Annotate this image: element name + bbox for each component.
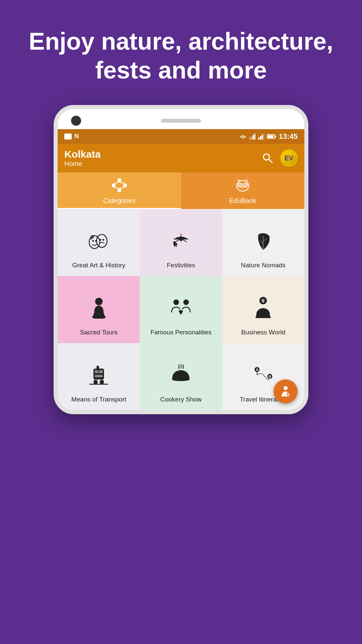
svg-line-12 (269, 159, 272, 163)
category-business[interactable]: $ Business World (222, 276, 304, 343)
svg-line-17 (114, 182, 119, 184)
svg-text:B: B (268, 375, 271, 379)
category-transport[interactable]: Means of Transport (58, 343, 140, 410)
tab-edubank[interactable]: EduBank (181, 172, 304, 209)
edubank-tab-icon (235, 178, 250, 195)
cookery-icon (170, 364, 192, 389)
svg-line-20 (119, 187, 125, 189)
categories-grid-wrapper: Great Art & History (58, 209, 304, 410)
svg-rect-6 (261, 135, 263, 140)
categories-tab-icon (112, 178, 127, 195)
svg-rect-1 (251, 136, 252, 140)
sacred-icon (89, 297, 109, 322)
hero-headline: Enjoy nature, architecture, fests and mo… (0, 0, 362, 105)
svg-rect-5 (260, 136, 261, 140)
svg-rect-10 (275, 136, 276, 138)
signal2-icon (258, 133, 264, 140)
svg-line-19 (114, 187, 119, 189)
phone-physical-top (58, 109, 304, 129)
phone-speaker (161, 119, 201, 123)
svg-point-32 (97, 234, 107, 248)
svg-text:A: A (256, 368, 258, 372)
business-label: Business World (241, 329, 285, 336)
svg-point-51 (183, 300, 189, 305)
categories-grid: Great Art & History (58, 209, 304, 410)
svg-point-59 (94, 380, 98, 384)
svg-rect-3 (254, 133, 255, 140)
svg-rect-56 (95, 370, 99, 373)
nature-icon (253, 230, 273, 255)
svg-point-70 (288, 393, 289, 395)
svg-rect-43 (176, 244, 177, 247)
art-label: Great Art & History (72, 262, 125, 269)
category-art[interactable]: Great Art & History (58, 209, 140, 276)
svg-point-50 (174, 300, 179, 305)
status-system-icons: 13:45 (239, 132, 298, 141)
svg-point-30 (92, 240, 94, 242)
notification-icons: N (64, 133, 79, 140)
status-bar: N (58, 129, 304, 144)
cookery-label: Cookery Show (160, 396, 202, 404)
svg-rect-42 (174, 244, 175, 247)
famous-icon (170, 299, 192, 322)
svg-rect-13 (118, 178, 121, 182)
category-nature[interactable]: Nature Nomads (222, 209, 304, 276)
svg-rect-0 (249, 138, 251, 140)
festivities-label: Festivities (167, 262, 195, 269)
svg-text:$: $ (262, 299, 264, 303)
category-cookery[interactable]: Cookery Show (140, 343, 222, 410)
svg-marker-26 (242, 186, 244, 188)
travel-icon: A B (252, 364, 274, 389)
category-sacred[interactable]: Sacred Tours (58, 276, 140, 343)
category-festivities[interactable]: Festivities (140, 209, 222, 276)
svg-rect-15 (123, 184, 127, 187)
search-icon[interactable] (261, 152, 274, 164)
transport-label: Means of Transport (71, 396, 126, 404)
tab-edubank-label: EduBank (229, 197, 256, 205)
svg-point-33 (99, 239, 101, 240)
svg-rect-16 (118, 189, 121, 192)
svg-point-36 (90, 237, 92, 240)
svg-point-68 (284, 386, 288, 390)
nature-label: Nature Nomads (241, 262, 286, 269)
phone-camera (71, 116, 81, 126)
fab-navigation-button[interactable] (274, 379, 298, 404)
svg-point-44 (173, 241, 176, 244)
svg-point-34 (102, 239, 104, 240)
svg-rect-2 (253, 135, 254, 140)
svg-point-24 (239, 184, 241, 186)
header-home: Home (64, 160, 101, 168)
tab-categories-label: Categories (103, 197, 136, 205)
svg-line-18 (119, 182, 125, 184)
svg-rect-58 (95, 375, 103, 377)
svg-rect-7 (263, 133, 264, 140)
transport-icon (88, 364, 110, 389)
festivities-icon (169, 231, 193, 255)
tab-categories[interactable]: Categories (58, 172, 181, 209)
status-time: 13:45 (279, 132, 298, 141)
signal-icon (249, 133, 255, 140)
svg-point-60 (100, 380, 104, 384)
art-icon (87, 231, 111, 255)
notification-icon-2: N (74, 133, 79, 140)
header-title-block: Kolkata Home (64, 149, 101, 168)
wifi-icon (239, 133, 247, 140)
tabs-bar: Categories EduBank (58, 172, 304, 209)
business-icon: $ (253, 297, 273, 322)
svg-point-48 (95, 298, 103, 305)
category-famous[interactable]: Famous Personalities (140, 276, 222, 343)
famous-label: Famous Personalities (150, 329, 212, 336)
sacred-label: Sacred Tours (80, 329, 118, 336)
svg-rect-4 (258, 138, 259, 140)
notification-icon-1 (64, 133, 72, 140)
header-actions: EV (261, 149, 298, 167)
header-city: Kolkata (64, 149, 101, 160)
svg-rect-9 (267, 135, 274, 138)
svg-rect-14 (112, 184, 115, 187)
app-logo-badge[interactable]: EV (280, 149, 298, 167)
svg-rect-61 (97, 366, 99, 369)
phone-mockup: N (54, 105, 308, 414)
svg-point-25 (245, 184, 246, 186)
svg-rect-57 (99, 370, 103, 373)
battery-icon (267, 134, 276, 139)
